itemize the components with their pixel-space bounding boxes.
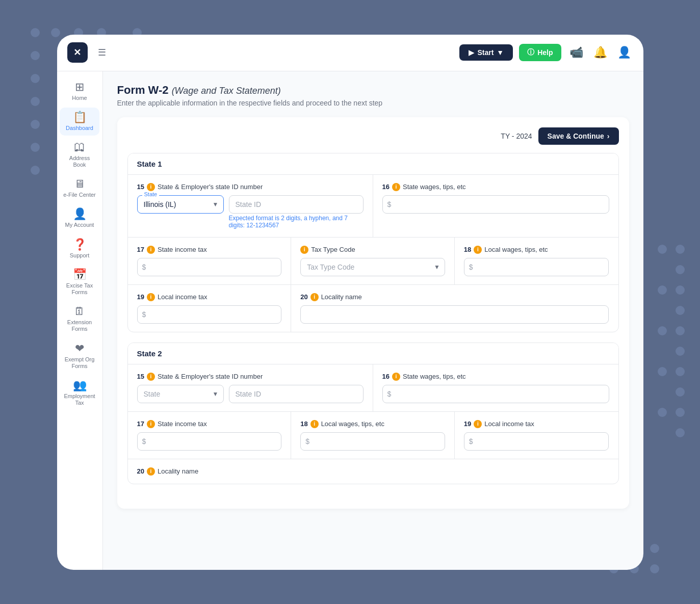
state1-section: State 1 15 i State & Employer's state ID… <box>127 153 619 332</box>
page-title: Form W-2 (Wage and Tax Statement) <box>117 84 629 97</box>
state1-box19-input[interactable] <box>137 305 282 324</box>
state2-box17-info-icon[interactable]: i <box>147 420 155 428</box>
state1-box18-label: 18 i Local wages, tips, etc <box>464 246 609 254</box>
state1-box17-label: 17 i State income tax <box>137 246 282 254</box>
extension-forms-icon: 🗓 <box>74 306 85 317</box>
state1-box17-input[interactable] <box>137 258 282 276</box>
state1-box17-info-icon[interactable]: i <box>147 246 155 254</box>
home-icon: ⊞ <box>75 82 84 93</box>
state2-box15: 15 i State & Employer's state ID number … <box>128 364 373 411</box>
state1-box15-label: 15 i State & Employer's state ID number <box>137 183 364 191</box>
state1-state-id-input[interactable] <box>229 195 364 214</box>
form-card: TY - 2024 Save & Continue › State 1 15 <box>117 117 629 509</box>
state2-box18-info-icon[interactable]: i <box>310 420 319 428</box>
state2-box17-label: 17 i State income tax <box>137 420 282 428</box>
state1-box16-input-wrap: $ <box>382 195 609 214</box>
state1-box18-input-wrap: $ <box>464 258 609 276</box>
sidebar-item-dashboard[interactable]: 📋 Dashboard <box>60 108 99 136</box>
state2-box16-input[interactable] <box>382 385 609 403</box>
state2-box17: 17 i State income tax $ <box>128 412 292 459</box>
state1-box18-info-icon[interactable]: i <box>474 246 482 254</box>
state1-tax-type-select[interactable]: Tax Type Code Option A Option B <box>300 258 445 276</box>
logo[interactable]: ✕ <box>67 42 88 63</box>
state1-box20: 20 i Locality name <box>291 285 618 332</box>
state1-state-floating-label: State <box>142 191 160 197</box>
video-icon[interactable]: 📹 <box>567 44 585 61</box>
state2-box16-label: 16 i State wages, tips, etc <box>382 373 609 381</box>
state1-tax-type: i Tax Type Code Tax Type Code Option A O… <box>291 238 455 284</box>
state2-state-select[interactable]: State Illinois (IL) California (CA) New … <box>137 385 224 403</box>
state2-box16-dollar-icon: $ <box>387 390 392 398</box>
sidebar-item-efile-center[interactable]: 🖥 e-File Center <box>60 174 99 202</box>
state1-box19-info-icon[interactable]: i <box>147 293 155 301</box>
state2-box19-input[interactable] <box>464 432 609 451</box>
app-wrapper: ✕ ☰ ▶ Start ▼ ⓘ Help 📹 🔔 👤 ⊞ Home 📋 Dash… <box>57 35 643 570</box>
state2-state-id-input[interactable] <box>229 385 364 403</box>
save-continue-button[interactable]: Save & Continue › <box>538 127 619 145</box>
ty-label: TY - 2024 <box>501 132 532 140</box>
notification-icon[interactable]: 🔔 <box>591 44 609 61</box>
top-bar: ✕ ☰ ▶ Start ▼ ⓘ Help 📹 🔔 👤 <box>57 35 643 71</box>
sidebar-item-employment-tax[interactable]: 👥 Employment Tax <box>60 376 99 410</box>
help-icon: ⓘ <box>527 48 534 57</box>
content-area: Form W-2 (Wage and Tax Statement) Enter … <box>103 71 643 570</box>
state1-tax-type-info-icon[interactable]: i <box>300 246 308 254</box>
state1-box17-dollar-icon: $ <box>142 263 146 271</box>
state2-box17-input-wrap: $ <box>137 432 282 451</box>
start-icon: ▶ <box>469 48 474 57</box>
state1-box17-input-wrap: $ <box>137 258 282 276</box>
state1-box16-input[interactable] <box>382 195 609 214</box>
state1-box20-label: 20 i Locality name <box>300 293 609 301</box>
excise-tax-icon: 📅 <box>73 269 87 280</box>
state2-box18: 18 i Local wages, tips, etc $ <box>291 412 455 459</box>
sidebar-item-address-book[interactable]: 🕮 Address Book <box>60 138 99 172</box>
state1-box20-info-icon[interactable]: i <box>310 293 319 301</box>
state1-box17: 17 i State income tax $ <box>128 238 292 284</box>
sidebar-item-excise-tax[interactable]: 📅 Excise Tax Forms <box>60 265 99 300</box>
state1-box16: 16 i State wages, tips, etc $ <box>373 175 618 237</box>
profile-icon[interactable]: 👤 <box>615 44 633 61</box>
page-description: Enter the applicable information in the … <box>117 99 629 107</box>
state2-box17-input[interactable] <box>137 432 282 451</box>
sidebar-item-exempt-org[interactable]: ❤ Exempt Org Forms <box>60 339 99 374</box>
state1-box19: 19 i Local income tax $ <box>128 285 292 332</box>
menu-toggle-icon[interactable]: ☰ <box>98 47 106 58</box>
state2-box15-info-icon[interactable]: i <box>147 373 155 381</box>
employment-tax-icon: 👥 <box>73 380 87 391</box>
state2-box19-info-icon[interactable]: i <box>474 420 482 428</box>
sidebar-item-support[interactable]: ❓ Support <box>60 235 99 263</box>
state1-box18: 18 i Local wages, tips, etc $ <box>455 238 618 284</box>
my-account-icon: 👤 <box>73 208 87 220</box>
dashboard-icon: 📋 <box>73 112 87 123</box>
state2-box15-label: 15 i State & Employer's state ID number <box>137 373 364 381</box>
state2-box20-info-icon[interactable]: i <box>147 467 155 476</box>
state2-box18-input[interactable] <box>300 432 445 451</box>
state2-section: State 2 15 i State & Employer's state ID… <box>127 343 619 484</box>
state2-box18-dollar-icon: $ <box>305 437 309 445</box>
exempt-org-icon: ❤ <box>75 343 84 354</box>
state1-hint-text: Expected format is 2 digits, a hyphen, a… <box>229 215 364 229</box>
state1-box15: 15 i State & Employer's state ID number … <box>128 175 373 237</box>
state1-box16-dollar-icon: $ <box>387 200 392 208</box>
sidebar: ⊞ Home 📋 Dashboard 🕮 Address Book 🖥 e-Fi… <box>57 71 103 570</box>
state1-box19-label: 19 i Local income tax <box>137 293 282 301</box>
state1-box19-dollar-icon: $ <box>142 310 146 319</box>
state2-box18-input-wrap: $ <box>300 432 445 451</box>
state1-box16-label: 16 i State wages, tips, etc <box>382 183 609 191</box>
help-button[interactable]: ⓘ Help <box>519 44 561 61</box>
ty-row: TY - 2024 Save & Continue › <box>127 127 619 145</box>
start-button[interactable]: ▶ Start ▼ <box>459 44 513 61</box>
state1-box20-input[interactable] <box>300 305 609 324</box>
state1-box18-input[interactable] <box>464 258 609 276</box>
sidebar-item-extension-forms[interactable]: 🗓 Extension Forms <box>60 302 99 336</box>
state1-state-select[interactable]: Illinois (IL) Alabama (AL) California (C… <box>137 195 224 214</box>
state2-box18-label: 18 i Local wages, tips, etc <box>300 420 445 428</box>
state2-box16-info-icon[interactable]: i <box>392 373 400 381</box>
state1-box16-info-icon[interactable]: i <box>392 183 400 191</box>
arrow-right-icon: › <box>607 132 610 140</box>
sidebar-item-home[interactable]: ⊞ Home <box>60 77 99 106</box>
address-book-icon: 🕮 <box>74 142 85 153</box>
state1-box19-input-wrap: $ <box>137 305 282 324</box>
state1-box15-info-icon[interactable]: i <box>147 183 155 191</box>
sidebar-item-my-account[interactable]: 👤 My Account <box>60 204 99 232</box>
